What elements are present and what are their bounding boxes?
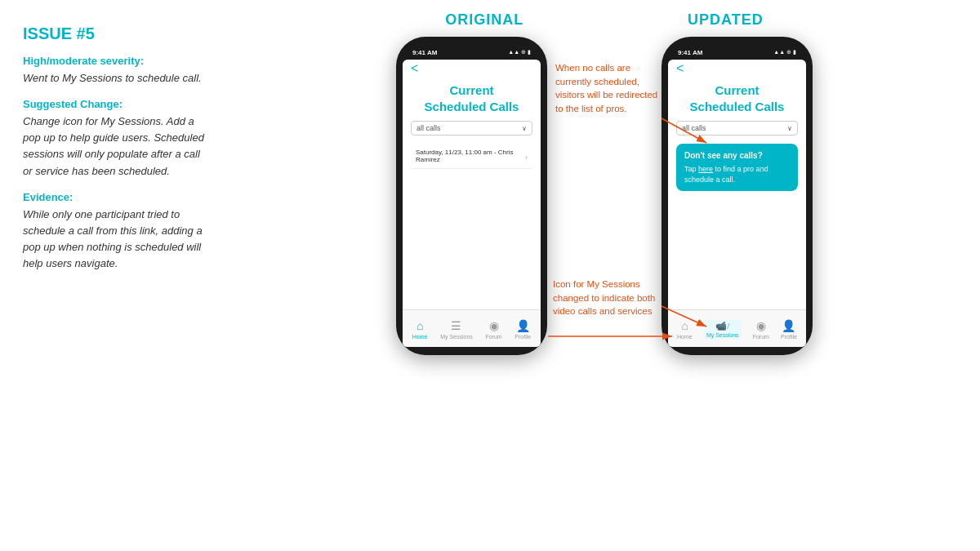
nav-profile-original[interactable]: 👤 Profile [514, 319, 531, 340]
phone-status-updated: ▲▲ ⊕ ▮ [773, 49, 796, 56]
severity-label: High/moderate severity: [23, 55, 206, 67]
nav-profile-updated[interactable]: 👤 Profile [781, 319, 797, 340]
phone-notch-original [448, 45, 497, 56]
left-panel: ISSUE #5 High/moderate severity: Went to… [0, 0, 229, 551]
forum-icon-original: ◉ [489, 319, 499, 333]
center-panel: ORIGINAL UPDATED When no calls are curre… [229, 0, 980, 551]
suggested-label: Suggested Change: [23, 98, 206, 110]
original-screen: < Current Scheduled Calls all calls ∨ Sa… [403, 60, 541, 347]
sessions-icon-updated: 📹/ [715, 321, 729, 331]
call-item-original[interactable]: Saturday, 11/23, 11:00 am - Chris Ramire… [411, 144, 532, 169]
profile-icon-original: 👤 [516, 319, 530, 333]
screen-title-original: Current Scheduled Calls [403, 78, 541, 118]
profile-icon-updated: 👤 [782, 319, 795, 333]
phone-time-original: 9:41 AM [412, 49, 437, 56]
original-phone-wrapper: 9:41 AM ▲▲ ⊕ ▮ < Current Scheduled Calls… [396, 37, 547, 355]
issue-title: ISSUE #5 [23, 24, 206, 43]
phone-time-updated: 9:41 AM [678, 49, 702, 56]
phone-status-original: ▲▲ ⊕ ▮ [508, 49, 531, 56]
screen-title-updated: Current Scheduled Calls [668, 78, 806, 118]
popup-body: Tap here to find a pro and schedule a ca… [684, 164, 790, 184]
nav-sessions-updated[interactable]: 📹/ My Sessions [704, 320, 742, 339]
severity-text: Went to My Sessions to schedule call. [23, 70, 206, 87]
nav-home-updated[interactable]: ⌂ Home [677, 320, 693, 340]
suggested-text: Change icon for My Sessions. Add a pop u… [23, 113, 206, 180]
forum-icon-updated: ◉ [756, 319, 766, 333]
back-arrow-original[interactable]: < [403, 60, 541, 78]
phone-notch-updated [713, 45, 762, 56]
original-phone: 9:41 AM ▲▲ ⊕ ▮ < Current Scheduled Calls… [396, 37, 547, 355]
nav-sessions-original[interactable]: ☰ My Sessions [440, 319, 473, 340]
dropdown-updated[interactable]: all calls ∨ [676, 121, 798, 136]
nav-forum-updated[interactable]: ◉ Forum [753, 319, 769, 340]
evidence-label: Evidence: [23, 191, 206, 203]
original-label: ORIGINAL [445, 11, 523, 29]
columns-header: ORIGINAL UPDATED [363, 11, 845, 29]
nav-home-original[interactable]: ⌂ Home [412, 320, 428, 340]
nav-forum-original[interactable]: ◉ Forum [485, 319, 501, 340]
back-arrow-updated[interactable]: < [668, 60, 806, 78]
bottom-annotation: Icon for My Sessions changed to indicate… [553, 278, 663, 318]
updated-screen: < Current Scheduled Calls all calls ∨ Do… [668, 60, 806, 347]
home-icon-original: ⌂ [416, 320, 423, 333]
home-icon-updated: ⌂ [681, 320, 688, 333]
popup-box: Don't see any calls? Tap here to find a … [676, 144, 798, 191]
dropdown-original[interactable]: all calls ∨ [411, 121, 532, 136]
top-annotation: When no calls are currently scheduled, v… [555, 61, 662, 116]
updated-phone: 9:41 AM ▲▲ ⊕ ▮ < Current Scheduled Calls… [662, 37, 813, 355]
popup-title: Don't see any calls? [684, 150, 790, 162]
evidence-text: While only one participant tried to sche… [23, 207, 206, 273]
updated-label: UPDATED [688, 11, 764, 29]
bottom-nav-updated: ⌂ Home 📹/ My Sessions ◉ Forum 👤 [668, 309, 806, 347]
popup-link[interactable]: here [698, 165, 713, 173]
sessions-icon-original: ☰ [451, 319, 461, 333]
bottom-nav-original: ⌂ Home ☰ My Sessions ◉ Forum 👤 [403, 309, 541, 347]
updated-phone-wrapper: 9:41 AM ▲▲ ⊕ ▮ < Current Scheduled Calls… [662, 37, 813, 355]
